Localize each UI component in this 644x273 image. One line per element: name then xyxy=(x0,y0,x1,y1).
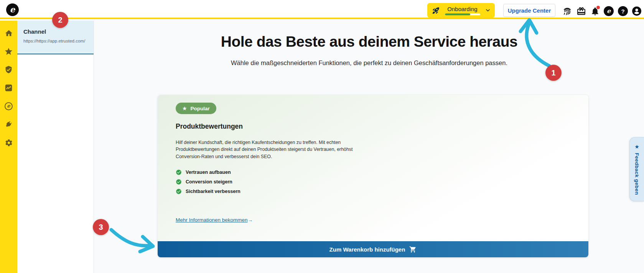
more-info-link[interactable]: Mehr Informationen bekommen→ xyxy=(176,217,253,223)
onboarding-progress-fill xyxy=(445,13,470,15)
sidebar-item-home[interactable] xyxy=(4,29,13,38)
shield-check-icon xyxy=(5,65,13,74)
main-content: Hole das Beste aus deinem Service heraus… xyxy=(94,21,644,273)
chevron-down-icon xyxy=(485,7,491,13)
notifications-bell-icon[interactable] xyxy=(590,6,600,16)
check-circle-icon xyxy=(176,188,182,195)
sidebar-item-integrations[interactable] xyxy=(4,120,13,129)
onboarding-label: Onboarding xyxy=(447,6,477,12)
top-bar: e Onboarding Upgrade Center xyxy=(0,0,644,19)
plug-icon xyxy=(3,119,15,130)
upgrade-center-button[interactable]: Upgrade Center xyxy=(503,4,555,17)
e-ring-icon: e xyxy=(5,102,13,110)
feedback-tab[interactable]: ★ Feedback geben xyxy=(629,137,644,201)
help-icon[interactable]: ? xyxy=(618,6,628,16)
page-title: Hole das Beste aus deinem Service heraus xyxy=(94,33,644,50)
sidebar-item-etrusted[interactable]: e xyxy=(4,102,13,111)
benefit-item: Conversion steigern xyxy=(176,179,588,185)
page-subtitle: Wähle die maßgeschneiderten Funktionen, … xyxy=(94,59,644,67)
product-card-description: Hilf deiner Kundschaft, die richtigen Ka… xyxy=(176,139,353,160)
etrusted-circle-icon[interactable]: e xyxy=(603,6,614,16)
link-arrow-icon: → xyxy=(248,217,253,223)
cart-icon xyxy=(409,246,417,253)
gift-icon[interactable] xyxy=(576,6,586,16)
feedback-label: Feedback geben xyxy=(634,153,640,195)
account-icon[interactable] xyxy=(631,6,642,16)
annotation-step-1: 1 xyxy=(545,65,562,81)
add-to-cart-button[interactable]: Zum Warenkorb hinzufügen xyxy=(158,241,588,257)
rocket-icon xyxy=(432,7,440,15)
sidebar-item-reviews[interactable] xyxy=(4,47,13,56)
star-icon xyxy=(4,47,13,56)
channel-panel: Channel https://https://app.etrusted.com… xyxy=(17,21,94,273)
onboarding-dropdown-button[interactable]: Onboarding xyxy=(427,3,495,18)
product-card-body: ★ Popular Produktbewertungen Hilf deiner… xyxy=(158,95,588,241)
chart-icon xyxy=(5,84,13,92)
feedback-star-icon: ★ xyxy=(634,144,639,150)
notification-badge-dot xyxy=(596,6,600,9)
logo-e-glyph: e xyxy=(10,5,15,13)
check-circle-icon xyxy=(176,169,182,175)
gear-icon xyxy=(5,139,13,147)
sidebar-item-trust[interactable] xyxy=(4,65,13,74)
benefit-item: Sichtbarkeit verbessern xyxy=(176,188,588,195)
product-card-title: Produktbewertungen xyxy=(176,123,588,131)
primary-sidebar: e xyxy=(0,21,17,273)
annotation-step-3: 3 xyxy=(93,219,109,235)
etrusted-logo[interactable]: e xyxy=(6,3,19,16)
channel-url: https://https://app.etrusted.com/ xyxy=(23,39,94,43)
onboarding-progress-track xyxy=(445,13,480,15)
add-to-cart-label: Zum Warenkorb hinzufügen xyxy=(329,246,405,253)
badge-star-icon: ★ xyxy=(182,106,187,111)
benefit-list: Vertrauen aufbauen Conversion steigern S… xyxy=(176,169,588,195)
channel-title: Channel xyxy=(23,28,94,35)
sidebar-item-performance[interactable] xyxy=(4,83,13,92)
home-icon xyxy=(5,29,13,38)
annotation-step-2: 2 xyxy=(52,12,68,28)
benefit-item: Vertrauen aufbauen xyxy=(176,169,588,175)
fingerprint-icon[interactable] xyxy=(562,6,573,16)
badge-label: Popular xyxy=(191,106,210,111)
product-card-produktbewertungen: ★ Popular Produktbewertungen Hilf deiner… xyxy=(158,95,588,257)
popular-badge: ★ Popular xyxy=(176,103,216,114)
check-circle-icon xyxy=(176,179,182,185)
upgrade-center-label: Upgrade Center xyxy=(508,7,551,14)
sidebar-item-settings[interactable] xyxy=(4,138,13,147)
